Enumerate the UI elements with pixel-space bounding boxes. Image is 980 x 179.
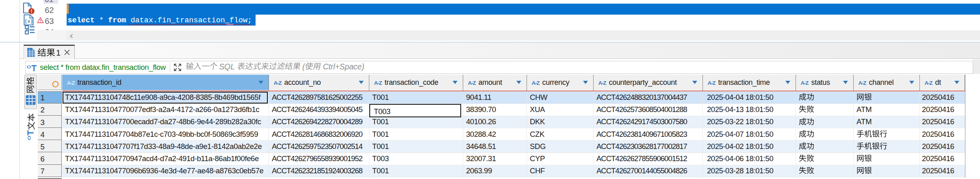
svg-text:[x]: [x] xyxy=(25,19,33,24)
